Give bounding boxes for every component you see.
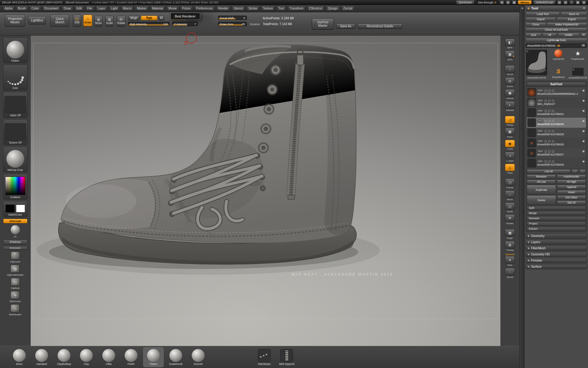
current-material-thumb[interactable]: MatCap Gray [3, 147, 28, 172]
shoes-recent-tool[interactable]: t1 shoes0000-61478 [569, 67, 587, 79]
strip-rotate-button[interactable]: ⟳ Rotate [505, 214, 515, 225]
export-button[interactable]: Export [557, 17, 587, 21]
toggle-icon[interactable] [552, 120, 554, 122]
draw-size-slider[interactable]: Draw Size 65 [218, 22, 247, 26]
subtool-row[interactable]: ◉ shoes0000-614785027 [527, 148, 586, 158]
z-intensity-slider[interactable]: Z Intensity 7 [172, 22, 198, 26]
visibility-eye-icon[interactable]: ◉ [582, 89, 585, 92]
toggle-icon[interactable] [552, 130, 554, 132]
collapse-panel-icon[interactable]: ◀ [521, 7, 523, 368]
brush-claybuildup[interactable]: ClayBuildup [54, 347, 74, 367]
toggle-icon[interactable] [548, 110, 551, 112]
toggle-icon[interactable] [548, 90, 551, 92]
subtool-down-button[interactable]: ↓ [579, 169, 586, 174]
visibility-eye-icon[interactable]: ◉ [582, 140, 585, 143]
layout-grid-icon-4[interactable]: ▧ [557, 0, 562, 4]
default-zscript-button[interactable]: DefaultZScript [533, 0, 556, 4]
window-shade-icon[interactable]: ▤ [582, 0, 586, 4]
autoreorder-button[interactable]: AutoReorder [557, 174, 586, 179]
subtool-up-button[interactable]: ↑ [571, 169, 578, 174]
geometry-hd-subpalette[interactable]: ◈ Geometry HD [526, 252, 587, 257]
brush-move[interactable]: Move [9, 347, 29, 367]
cylinder3d-tool[interactable]: Cylinder3D [549, 49, 568, 60]
toggle-icon[interactable] [548, 140, 551, 143]
simplebrush-tool[interactable]: S SimpleBrush [549, 67, 568, 79]
polypaint-toggle[interactable] [537, 130, 543, 132]
current-alpha-thumb[interactable]: Alpha Off [3, 92, 28, 118]
layout-grid-icon-5[interactable]: ▨ [563, 0, 568, 4]
menu-marker[interactable]: Marker [135, 6, 149, 11]
toggle-icon[interactable] [545, 110, 547, 112]
brush-flatten[interactable]: Flatten [143, 347, 164, 367]
brush-imm-zipperm[interactable]: IMM ZipperM [277, 347, 297, 367]
visibility-eye-icon[interactable]: ◉ [582, 130, 585, 132]
cliprect-item[interactable]: ▭ ClipRect [11, 278, 20, 289]
menu-draw[interactable]: Draw [62, 6, 73, 11]
brush-standard[interactable]: Standard [32, 347, 52, 367]
del-all-button[interactable]: Del All [557, 201, 586, 205]
subtool-master-button[interactable]: SubTool Master [312, 18, 334, 29]
toggle-icon[interactable] [552, 140, 554, 143]
lightbox-tools-button[interactable]: Lightbox▶Tools [526, 38, 587, 42]
brush-snakehook[interactable]: SnakeHook [166, 347, 186, 367]
strip-scale-button[interactable]: ◱ Scale [505, 202, 515, 213]
clipcirclecenter-item[interactable]: ◎ ClipCircleCenter [7, 265, 24, 276]
rotate-mode-button[interactable]: ⟳ Rotate [117, 16, 126, 26]
zoom-button[interactable]: ◎ Zoom [505, 77, 515, 88]
solo-button[interactable]: Dynamic ● Solo [505, 253, 515, 266]
import-button[interactable]: Import [526, 17, 556, 21]
shadows-button[interactable]: Shadows [3, 240, 28, 244]
append-button[interactable]: Append [557, 185, 586, 189]
menu-zplugin[interactable]: Zplugin [326, 6, 340, 11]
brush-smooth[interactable]: Smooth [188, 347, 208, 367]
transp-button[interactable]: ◍ Transp [505, 241, 515, 251]
rgb-button[interactable]: Rgb [141, 16, 157, 20]
toggle-icon[interactable] [552, 90, 554, 92]
menu-stencil[interactable]: Stencil [232, 6, 245, 11]
tool-palette-header[interactable]: ◈ Tool ⟲ [526, 6, 587, 11]
see-through-slider[interactable]: See-through 0 [476, 0, 498, 4]
del-other-button[interactable]: Del Other [557, 195, 586, 200]
switch-color-thumb[interactable]: SwitchColor [3, 201, 28, 217]
toggle-icon[interactable] [545, 150, 547, 153]
local-button[interactable]: ◉ Local [505, 140, 515, 150]
layers-subpalette[interactable]: ◈ Layers [526, 240, 587, 245]
clipcurve-item[interactable]: ⌒ ClipCurve [10, 251, 20, 263]
current-tool-thumb-wrap[interactable]: t1 shoes0000-61478 [526, 49, 548, 79]
projection-master-button[interactable]: Projection Master [5, 15, 25, 26]
brush-clay[interactable]: Clay [76, 347, 96, 367]
toggle-icon[interactable] [545, 140, 547, 143]
insert-button[interactable]: Insert [557, 190, 586, 194]
toggle-icon[interactable] [548, 100, 551, 102]
menu-material[interactable]: Material [150, 6, 165, 11]
preview-subpalette[interactable]: ◈ Preview [526, 258, 587, 263]
subtool-header[interactable]: SubTool [527, 82, 586, 86]
extract-subpalette[interactable]: Extract [527, 227, 586, 231]
window-grid-icon[interactable]: ▦ [575, 0, 580, 4]
menu-preferences[interactable]: Preferences [194, 6, 215, 11]
m-button[interactable]: M [159, 16, 164, 20]
menu-light[interactable]: Light [109, 6, 120, 11]
subtool-row[interactable]: ◉ shoes0000-614785031 [527, 108, 586, 117]
subtool-row[interactable]: ◉ shoes0126210559999900589ok1 2 [527, 87, 586, 97]
current-tool-thumbnail[interactable]: t1 [526, 49, 548, 76]
current-tool-r-button[interactable]: R [581, 44, 586, 47]
brush-inflat[interactable]: Inflat [99, 347, 119, 367]
xpose-button[interactable]: ∴ Xpose [505, 268, 515, 278]
all-high-button[interactable]: All High [557, 180, 586, 184]
list-all-button[interactable]: List All [527, 169, 571, 174]
menu-transform[interactable]: Transform [287, 6, 305, 11]
project-subpalette[interactable]: Project [527, 221, 586, 226]
aahalf-button[interactable]: ◐ AAHalf [505, 101, 515, 112]
goz-all-button[interactable]: All [542, 33, 556, 37]
clone-all-subtools-button[interactable]: Clone All SubTools [526, 28, 587, 32]
quicksave-button[interactable]: QuickSave [456, 0, 474, 4]
refresh-icon[interactable]: ⟲ [583, 6, 585, 10]
actual-button[interactable]: ▣ Actual [505, 89, 515, 100]
menu-color[interactable]: Color [29, 6, 41, 11]
goz-r-button[interactable]: R [580, 33, 587, 37]
layout-grid-icon-3[interactable]: ▦ [512, 0, 516, 4]
menu-picker[interactable]: Picker [180, 6, 193, 11]
menu-layer[interactable]: Layer [96, 6, 107, 11]
layout-grid-icon-2[interactable]: ▥ [506, 0, 510, 4]
